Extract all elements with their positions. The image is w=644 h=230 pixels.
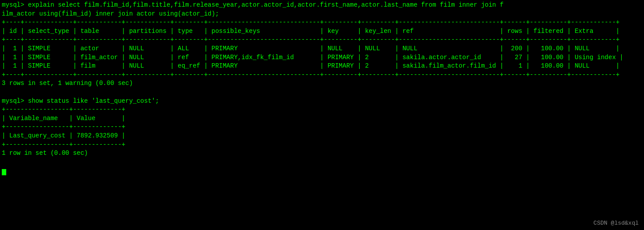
terminal-window: mysql> explain select film.film_id,film.… bbox=[0, 0, 644, 230]
watermark-text: CSDN @lsd&xql bbox=[594, 220, 639, 226]
terminal-cursor bbox=[2, 167, 6, 174]
terminal-content: mysql> explain select film.film_id,film.… bbox=[2, 1, 623, 157]
